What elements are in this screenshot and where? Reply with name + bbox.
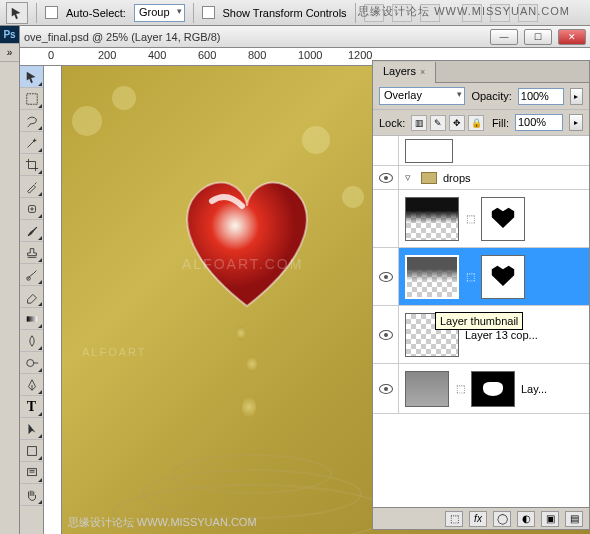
lock-transparency-icon[interactable]: ▥ xyxy=(411,115,427,131)
notes-tool[interactable] xyxy=(20,462,43,484)
fill-input[interactable]: 100% xyxy=(515,114,563,131)
bokeh-shape xyxy=(112,86,136,110)
visibility-toggle[interactable] xyxy=(373,166,399,189)
vertical-ruler xyxy=(44,66,62,534)
crop-tool[interactable] xyxy=(20,154,43,176)
stamp-tool[interactable] xyxy=(20,242,43,264)
ruler-tick-label: 1200 xyxy=(348,49,372,61)
lock-icons: ▥ ✎ ✥ 🔒 xyxy=(411,115,484,131)
marquee-tool[interactable] xyxy=(20,88,43,110)
new-group-button[interactable]: ▣ xyxy=(541,511,559,527)
group-name: drops xyxy=(443,172,471,184)
left-gutter: Ps » xyxy=(0,26,20,534)
layer-thumbnail[interactable] xyxy=(405,197,459,241)
layer-row[interactable]: ⬚ Lay... xyxy=(373,364,589,414)
fill-stepper[interactable]: ▸ xyxy=(569,114,583,131)
lock-pixels-icon[interactable]: ✎ xyxy=(430,115,446,131)
show-transform-label: Show Transform Controls xyxy=(223,7,347,19)
visibility-toggle[interactable] xyxy=(373,136,399,165)
layer-row[interactable]: ⬚ xyxy=(373,190,589,248)
water-drop xyxy=(247,356,257,372)
layer-list: ▿ drops ⬚ ⬚ Layer thumbnail xyxy=(373,136,589,507)
blur-tool[interactable] xyxy=(20,330,43,352)
expand-icon[interactable]: » xyxy=(0,44,19,62)
visibility-toggle[interactable] xyxy=(373,190,399,247)
history-brush-tool[interactable] xyxy=(20,264,43,286)
window-minimize-button[interactable]: — xyxy=(490,29,518,45)
new-layer-button[interactable]: ▤ xyxy=(565,511,583,527)
lock-label: Lock: xyxy=(379,117,405,129)
layer-mask-thumbnail[interactable] xyxy=(481,255,525,299)
layer-thumbnail[interactable] xyxy=(405,139,453,163)
heart-artwork xyxy=(162,166,332,316)
tab-label: Layers xyxy=(383,65,416,77)
auto-select-target-select[interactable]: Group xyxy=(134,4,185,22)
watermark-site: WWW.MISSYUAN.COM xyxy=(434,5,570,17)
mask-link-icon[interactable]: ⬚ xyxy=(465,271,475,283)
blend-mode-select[interactable]: Overlay xyxy=(379,87,465,105)
move-tool-indicator[interactable] xyxy=(6,2,28,24)
canvas-watermark-side: ALFOART xyxy=(82,346,147,358)
window-maximize-button[interactable]: ☐ xyxy=(524,29,552,45)
tooltip: Layer thumbnail xyxy=(435,312,523,330)
eraser-tool[interactable] xyxy=(20,286,43,308)
eye-icon xyxy=(379,330,393,340)
document-titlebar: ove_final.psd @ 25% (Layer 14, RGB/8) — … xyxy=(20,26,590,48)
opacity-stepper[interactable]: ▸ xyxy=(570,88,583,105)
layer-thumbnail[interactable] xyxy=(405,371,449,407)
move-tool[interactable] xyxy=(20,66,43,88)
gradient-tool[interactable] xyxy=(20,308,43,330)
fill-label: Fill: xyxy=(492,117,509,129)
mask-link-icon[interactable]: ⬚ xyxy=(465,213,475,225)
svg-rect-0 xyxy=(26,93,37,104)
ps-icon[interactable]: Ps xyxy=(0,26,19,44)
layers-tab[interactable]: Layers× xyxy=(373,62,436,83)
canvas-footer-watermark: 思缘设计论坛 WWW.MISSYUAN.COM xyxy=(68,515,257,530)
wand-tool[interactable] xyxy=(20,132,43,154)
hand-tool[interactable] xyxy=(20,484,43,506)
window-close-button[interactable]: ✕ xyxy=(558,29,586,45)
layer-mask-thumbnail[interactable] xyxy=(481,197,525,241)
fx-button[interactable]: fx xyxy=(469,511,487,527)
opacity-input[interactable]: 100% xyxy=(518,88,564,105)
footer-cn: 思缘设计论坛 xyxy=(68,516,134,528)
path-select-tool[interactable] xyxy=(20,418,43,440)
svg-rect-5 xyxy=(27,446,36,455)
link-layers-button[interactable]: ⬚ xyxy=(445,511,463,527)
healing-tool[interactable] xyxy=(20,198,43,220)
bokeh-shape xyxy=(72,106,102,136)
bokeh-shape xyxy=(302,126,330,154)
layers-panel: Layers× Overlay Opacity: 100% ▸ Lock: ▥ … xyxy=(372,60,590,530)
watermark-cn: 思缘设计论坛 xyxy=(358,5,430,17)
layer-name: Lay... xyxy=(521,383,547,395)
tab-close-icon[interactable]: × xyxy=(420,67,425,77)
layer-row-top[interactable] xyxy=(373,136,589,166)
auto-select-checkbox[interactable] xyxy=(45,6,58,19)
visibility-toggle[interactable] xyxy=(373,248,399,305)
mask-link-icon[interactable]: ⬚ xyxy=(455,383,465,395)
lasso-tool[interactable] xyxy=(20,110,43,132)
ruler-tick-label: 0 xyxy=(48,49,54,61)
lock-all-icon[interactable]: 🔒 xyxy=(468,115,484,131)
layer-mask-thumbnail[interactable] xyxy=(471,371,515,407)
visibility-toggle[interactable] xyxy=(373,306,399,363)
shape-tool[interactable] xyxy=(20,440,43,462)
eyedropper-tool[interactable] xyxy=(20,176,43,198)
add-mask-button[interactable]: ◯ xyxy=(493,511,511,527)
toolbox: T xyxy=(20,66,44,534)
layer-row-selected[interactable]: ⬚ xyxy=(373,248,589,306)
layer-group-row[interactable]: ▿ drops xyxy=(373,166,589,190)
ruler-tick-label: 400 xyxy=(148,49,166,61)
svg-rect-3 xyxy=(26,316,37,321)
ruler-tick-label: 1000 xyxy=(298,49,322,61)
group-expand-icon[interactable]: ▿ xyxy=(405,171,415,184)
brush-tool[interactable] xyxy=(20,220,43,242)
dodge-tool[interactable] xyxy=(20,352,43,374)
pen-tool[interactable] xyxy=(20,374,43,396)
adjustment-layer-button[interactable]: ◐ xyxy=(517,511,535,527)
show-transform-checkbox[interactable] xyxy=(202,6,215,19)
type-tool[interactable]: T xyxy=(20,396,43,418)
layer-thumbnail[interactable] xyxy=(405,255,459,299)
lock-position-icon[interactable]: ✥ xyxy=(449,115,465,131)
visibility-toggle[interactable] xyxy=(373,364,399,413)
